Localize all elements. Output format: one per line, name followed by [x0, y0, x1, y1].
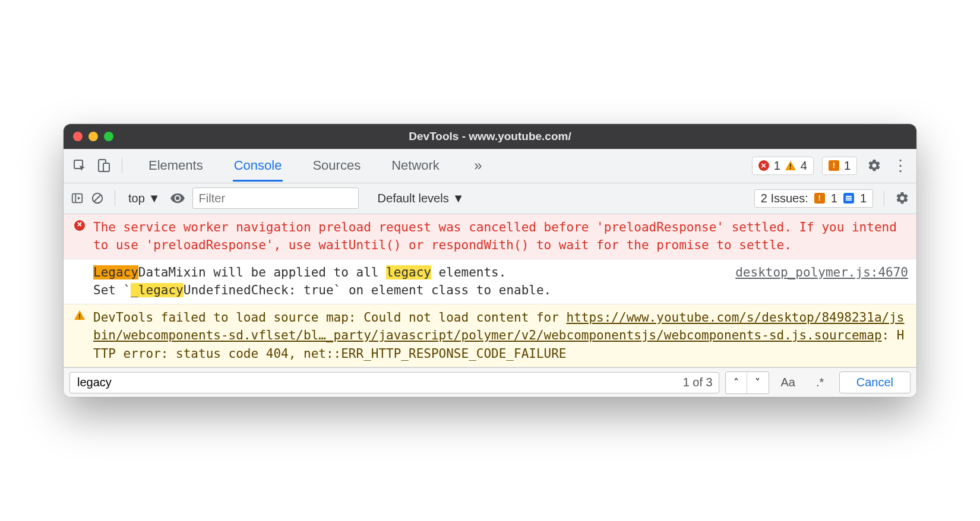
dropdown-icon: ▼ — [453, 192, 464, 205]
divider — [122, 158, 122, 173]
context-label: top — [128, 192, 145, 205]
console-toolbar: top ▼ Default levels ▼ 2 Issues: 1 1 — [64, 183, 916, 214]
tab-console[interactable]: Console — [233, 150, 283, 182]
clear-console-icon[interactable] — [91, 192, 104, 205]
console-row-log[interactable]: LegacyDataMixin will be applied to all l… — [64, 259, 916, 304]
console-messages: The service worker navigation preload re… — [64, 214, 916, 367]
error-warning-counts[interactable]: 1 4 — [752, 157, 814, 175]
window-title: DevTools - www.youtube.com/ — [64, 130, 916, 143]
find-input-wrapper: 1 of 3 — [69, 372, 719, 393]
svg-line-7 — [94, 195, 101, 202]
error-icon — [72, 218, 87, 255]
issues-label: 2 Issues: — [761, 192, 808, 205]
find-input[interactable] — [76, 375, 683, 390]
find-bar: 1 of 3 ˄ ˅ Aa .* Cancel — [64, 367, 916, 397]
divider — [884, 190, 884, 206]
console-row-warning[interactable]: DevTools failed to load source map: Coul… — [64, 304, 916, 367]
warning-icon — [785, 161, 796, 170]
panel-tabs: Elements Console Sources Network » — [147, 150, 487, 182]
toggle-sidebar-icon[interactable] — [71, 192, 84, 205]
issues-toolbar-box[interactable]: 2 Issues: 1 1 — [754, 189, 873, 208]
svg-rect-2 — [103, 163, 109, 171]
error-message: The service worker navigation preload re… — [93, 218, 908, 255]
info-icon — [843, 193, 854, 204]
panel-tabbar: Elements Console Sources Network » 1 4 1… — [64, 149, 916, 183]
find-highlight: legacy — [386, 265, 431, 279]
more-tabs-icon[interactable]: » — [469, 157, 487, 174]
find-highlight-current: Legacy — [93, 265, 138, 279]
find-nav: ˄ ˅ — [725, 371, 769, 394]
match-case-toggle[interactable]: Aa — [775, 372, 801, 393]
device-toolbar-icon[interactable] — [94, 157, 112, 174]
find-prev-button[interactable]: ˄ — [726, 372, 747, 393]
titlebar: DevTools - www.youtube.com/ — [64, 124, 916, 149]
console-row-error[interactable]: The service worker navigation preload re… — [64, 214, 916, 259]
filter-input[interactable] — [192, 188, 359, 209]
tabbar-right: 1 4 1 ⋮ — [752, 157, 909, 175]
console-settings-icon[interactable] — [895, 191, 909, 205]
issue-count-2: 1 — [860, 192, 867, 205]
source-link[interactable]: desktop_polymer.js:4670 — [735, 263, 908, 281]
divider — [115, 190, 115, 206]
issue-icon — [814, 193, 825, 204]
warning-count: 4 — [801, 159, 807, 173]
warning-message: DevTools failed to load source map: Coul… — [93, 309, 908, 363]
minimize-window-button[interactable] — [88, 132, 98, 141]
live-expression-icon[interactable] — [170, 190, 185, 206]
warning-icon — [72, 309, 87, 363]
row-gutter — [72, 263, 87, 300]
close-window-button[interactable] — [73, 132, 83, 141]
execution-context-select[interactable]: top ▼ — [126, 190, 163, 207]
svg-marker-5 — [78, 197, 81, 201]
issues-count[interactable]: 1 — [822, 157, 857, 175]
maximize-window-button[interactable] — [104, 132, 113, 141]
svg-rect-3 — [72, 194, 83, 203]
inspect-element-icon[interactable] — [71, 157, 88, 174]
levels-label: Default levels — [378, 192, 449, 205]
find-match-count: 1 of 3 — [683, 376, 713, 389]
issue-count: 1 — [844, 159, 851, 173]
traffic-lights — [73, 132, 113, 141]
log-message: LegacyDataMixin will be applied to all l… — [93, 263, 908, 300]
error-count: 1 — [774, 159, 780, 173]
issue-count-1: 1 — [831, 192, 837, 205]
tab-elements[interactable]: Elements — [147, 150, 204, 182]
devtools-window: DevTools - www.youtube.com/ Elements Con… — [64, 124, 916, 397]
log-levels-select[interactable]: Default levels ▼ — [378, 192, 464, 205]
settings-icon[interactable] — [865, 157, 883, 174]
error-icon — [758, 160, 769, 171]
find-highlight: _legacy — [131, 283, 184, 297]
tab-network[interactable]: Network — [390, 150, 441, 182]
dropdown-icon: ▼ — [148, 192, 160, 205]
tab-sources[interactable]: Sources — [311, 150, 362, 182]
find-cancel-button[interactable]: Cancel — [839, 371, 911, 393]
kebab-menu-icon[interactable]: ⋮ — [892, 157, 909, 174]
find-next-button[interactable]: ˅ — [747, 372, 769, 393]
regex-toggle[interactable]: .* — [807, 372, 833, 393]
issue-icon — [829, 160, 839, 171]
